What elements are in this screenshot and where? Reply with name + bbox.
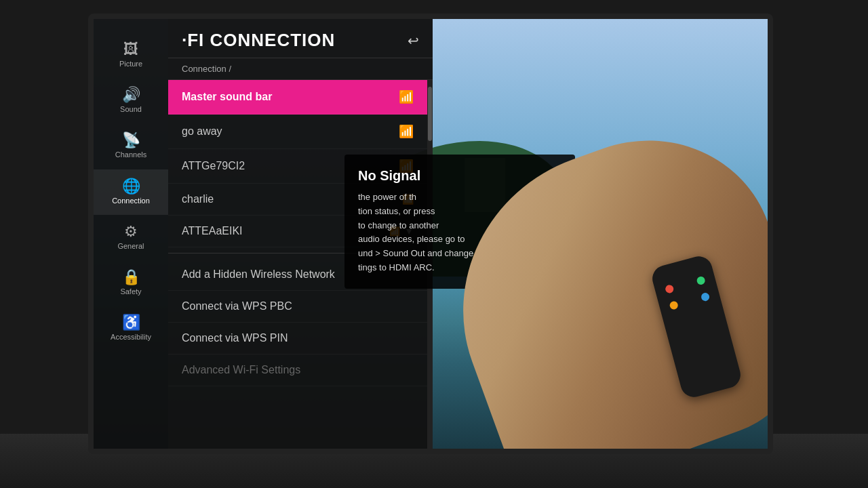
sidebar: 🖼 Picture 🔊 Sound 📡 Channels 🌐 Connectio…: [94, 19, 168, 449]
accessibility-icon: ♿: [122, 315, 140, 330]
menu-item-wps-pbc[interactable]: Connect via WPS PBC: [168, 291, 427, 323]
sidebar-item-channels[interactable]: 📡 Channels: [94, 123, 168, 169]
menu-title: ·FI CONNECTION: [182, 30, 335, 51]
sidebar-item-accessibility[interactable]: ♿ Accessibility: [94, 306, 168, 351]
tv-frame: 🖼 Picture 🔊 Sound 📡 Channels 🌐 Connectio…: [88, 14, 773, 454]
sidebar-item-safety[interactable]: 🔒 Safety: [94, 260, 168, 306]
remote-red-button[interactable]: [665, 284, 675, 294]
menu-item-wps-pin[interactable]: Connect via WPS PIN: [168, 323, 427, 354]
menu-item-label-master-sound-bar: Master sound bar: [182, 91, 399, 103]
menu-item-go-away[interactable]: go away 📶: [168, 115, 427, 149]
menu-item-label-wps-pin: Connect via WPS PIN: [182, 332, 414, 344]
menu-item-advanced-wifi[interactable]: Advanced Wi-Fi Settings: [168, 354, 427, 386]
sidebar-label-picture: Picture: [119, 60, 142, 68]
sidebar-item-picture[interactable]: 🖼 Picture: [94, 33, 168, 78]
no-signal-line3: to change to another: [358, 220, 439, 230]
sidebar-label-accessibility: Accessibility: [111, 333, 151, 342]
remote-yellow-button[interactable]: [669, 300, 679, 310]
safety-icon: 🔒: [122, 270, 140, 285]
menu-item-master-sound-bar[interactable]: Master sound bar 📶: [168, 80, 427, 115]
sidebar-label-sound: Sound: [120, 105, 142, 114]
remote-green-button[interactable]: [696, 276, 706, 286]
sidebar-label-channels: Channels: [115, 150, 146, 159]
sidebar-item-sound[interactable]: 🔊 Sound: [94, 78, 168, 123]
connection-icon: 🌐: [122, 179, 140, 194]
menu-item-label-advanced-wifi: Advanced Wi-Fi Settings: [182, 364, 414, 376]
tv-screen: 🖼 Picture 🔊 Sound 📡 Channels 🌐 Connectio…: [94, 19, 768, 449]
no-signal-line1: the power of th: [358, 192, 416, 202]
general-icon: ⚙: [124, 224, 138, 239]
remote-blue-button[interactable]: [701, 292, 711, 302]
back-button[interactable]: ↩: [408, 33, 419, 49]
menu-item-label-wps-pbc: Connect via WPS PBC: [182, 300, 414, 312]
menu-breadcrumb: Connection /: [168, 58, 433, 80]
sidebar-item-general[interactable]: ⚙ General: [94, 215, 168, 260]
hand-shape: [429, 110, 768, 449]
channels-icon: 📡: [122, 133, 140, 148]
sidebar-label-connection: Connection: [112, 197, 150, 205]
sidebar-item-connection[interactable]: 🌐 Connection: [94, 169, 168, 215]
wifi-icon-go-away: 📶: [399, 124, 414, 139]
menu-header: ·FI CONNECTION ↩: [168, 19, 433, 58]
no-signal-line2: tion status, or press: [358, 206, 435, 216]
sidebar-label-general: General: [117, 242, 144, 251]
wifi-icon-master-sound-bar: 📶: [399, 89, 414, 104]
no-signal-line6: tings to HDMI ARC.: [358, 262, 435, 272]
picture-icon: 🖼: [123, 42, 138, 57]
hand-overlay: [429, 110, 768, 449]
sound-icon: 🔊: [122, 87, 140, 102]
menu-item-label-go-away: go away: [182, 125, 399, 138]
sidebar-label-safety: Safety: [120, 287, 141, 296]
